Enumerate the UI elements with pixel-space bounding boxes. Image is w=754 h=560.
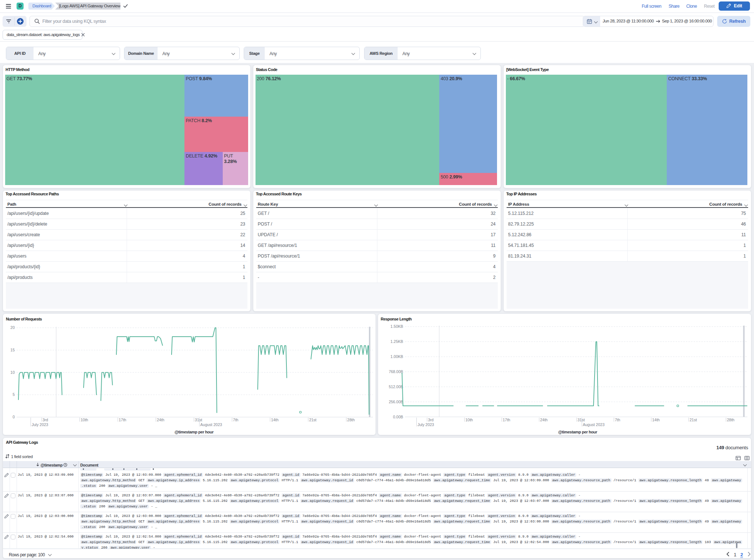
svg-text:August 2023: August 2023	[583, 422, 605, 427]
svg-text:1.50KB: 1.50KB	[391, 324, 403, 329]
svg-text:3rd: 3rd	[43, 418, 48, 422]
svg-text:512.00B: 512.00B	[389, 384, 403, 389]
svg-text:5: 5	[13, 392, 15, 397]
svg-text:7th: 7th	[233, 418, 239, 422]
svg-text:14th: 14th	[271, 418, 279, 422]
svg-text:24th: 24th	[157, 418, 165, 422]
svg-text:17th: 17th	[503, 418, 511, 422]
svg-text:10th: 10th	[465, 418, 473, 422]
svg-text:17th: 17th	[119, 418, 127, 422]
svg-text:0.00B: 0.00B	[393, 415, 403, 419]
svg-text:15: 15	[10, 348, 15, 352]
svg-text:768.00B: 768.00B	[389, 369, 403, 374]
svg-text:31st: 31st	[195, 418, 202, 422]
svg-text:28th: 28th	[727, 418, 735, 422]
svg-text:July 2023: July 2023	[417, 422, 434, 427]
svg-text:10: 10	[10, 370, 15, 375]
svg-text:0: 0	[13, 415, 15, 419]
svg-text:3rd: 3rd	[428, 418, 434, 422]
svg-text:21st: 21st	[690, 418, 697, 422]
svg-text:28th: 28th	[347, 418, 355, 422]
svg-text:21st: 21st	[309, 418, 317, 422]
svg-text:256.00B: 256.00B	[389, 400, 403, 404]
svg-text:10th: 10th	[81, 418, 88, 422]
svg-text:24th: 24th	[540, 418, 548, 422]
svg-text:1.25KB: 1.25KB	[391, 339, 403, 344]
svg-text:July 2023: July 2023	[32, 422, 48, 427]
svg-text:7th: 7th	[615, 418, 620, 422]
svg-text:14th: 14th	[652, 418, 660, 422]
svg-text:1.00KB: 1.00KB	[391, 354, 403, 359]
svg-text:31st: 31st	[578, 418, 585, 422]
svg-text:20: 20	[10, 325, 15, 330]
svg-text:August 2023: August 2023	[200, 422, 222, 427]
